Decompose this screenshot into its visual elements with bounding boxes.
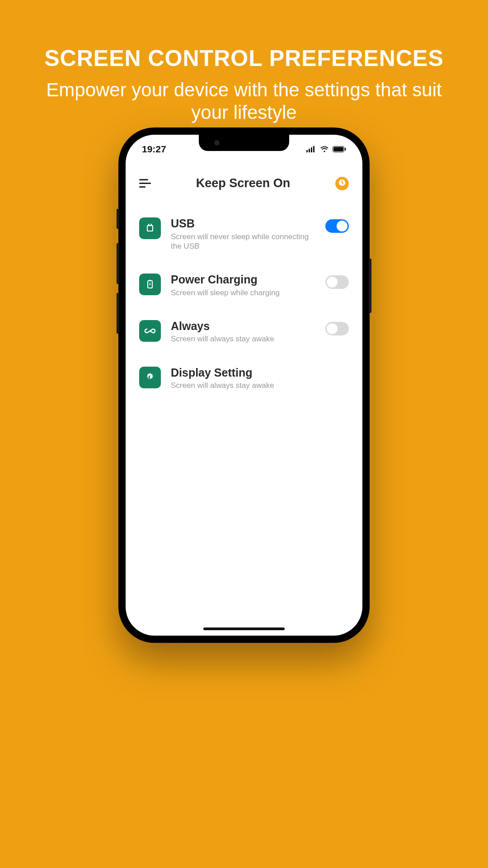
- battery-icon: [333, 144, 346, 155]
- wifi-icon: [320, 144, 329, 155]
- device-notch: [199, 135, 289, 151]
- home-indicator[interactable]: [203, 627, 285, 630]
- device-screen: 19:27 Keep Screen On: [126, 135, 362, 636]
- setting-row: USBScreen will never sleep while connect…: [139, 217, 349, 251]
- svg-rect-10: [151, 224, 152, 226]
- status-indicators: [306, 144, 346, 155]
- device-side-button: [117, 209, 119, 229]
- infinity-icon: [139, 320, 161, 342]
- promo-title: SCREEN CONTROL PREFERENCES: [27, 45, 461, 71]
- status-time: 19:27: [142, 144, 166, 155]
- setting-title: Always: [171, 320, 321, 333]
- setting-text: Power ChargingScreen will sleep while ch…: [171, 274, 321, 297]
- battery-charging-icon: [139, 274, 161, 295]
- device-side-button: [369, 259, 371, 313]
- setting-description: Screen will sleep while charging: [171, 288, 321, 297]
- promo-subtitle: Empower your device with the settings th…: [27, 79, 461, 124]
- page-title: Keep Screen On: [196, 176, 291, 190]
- setting-title: Power Charging: [171, 274, 321, 286]
- svg-rect-5: [333, 147, 343, 151]
- svg-rect-2: [311, 147, 312, 152]
- settings-list: USBScreen will never sleep while connect…: [126, 190, 362, 390]
- svg-rect-0: [306, 150, 308, 152]
- setting-text: AlwaysScreen will always stay awake: [171, 320, 321, 344]
- setting-text: USBScreen will never sleep while connect…: [171, 217, 321, 251]
- svg-rect-3: [313, 146, 314, 152]
- menu-button[interactable]: [139, 179, 151, 188]
- setting-title: USB: [171, 217, 321, 230]
- setting-title: Display Setting: [171, 367, 349, 379]
- setting-toggle[interactable]: [325, 322, 349, 335]
- setting-description: Screen will always stay awake: [171, 381, 349, 390]
- setting-toggle[interactable]: [325, 219, 349, 233]
- clock-icon: [338, 179, 346, 188]
- setting-toggle[interactable]: [325, 275, 349, 289]
- svg-rect-1: [309, 149, 310, 152]
- setting-row: AlwaysScreen will always stay awake: [139, 320, 349, 344]
- svg-rect-13: [149, 280, 151, 281]
- svg-rect-11: [148, 226, 152, 231]
- svg-rect-6: [345, 148, 346, 151]
- setting-description: Screen will always stay awake: [171, 334, 321, 344]
- app-header: Keep Screen On: [126, 158, 362, 190]
- device-side-button: [117, 243, 119, 284]
- brightness-icon: [139, 367, 161, 388]
- usb-icon: [139, 217, 161, 239]
- device-frame: 19:27 Keep Screen On: [118, 127, 370, 643]
- cellular-icon: [306, 144, 316, 155]
- svg-rect-9: [148, 224, 150, 226]
- setting-description: Screen will never sleep while connecting…: [171, 232, 321, 251]
- setting-row[interactable]: Display SettingScreen will always stay a…: [139, 367, 349, 391]
- device-side-button: [117, 293, 119, 334]
- setting-text: Display SettingScreen will always stay a…: [171, 367, 349, 391]
- promo-header: SCREEN CONTROL PREFERENCES Empower your …: [0, 0, 488, 142]
- history-button[interactable]: [335, 177, 349, 190]
- setting-row: Power ChargingScreen will sleep while ch…: [139, 274, 349, 297]
